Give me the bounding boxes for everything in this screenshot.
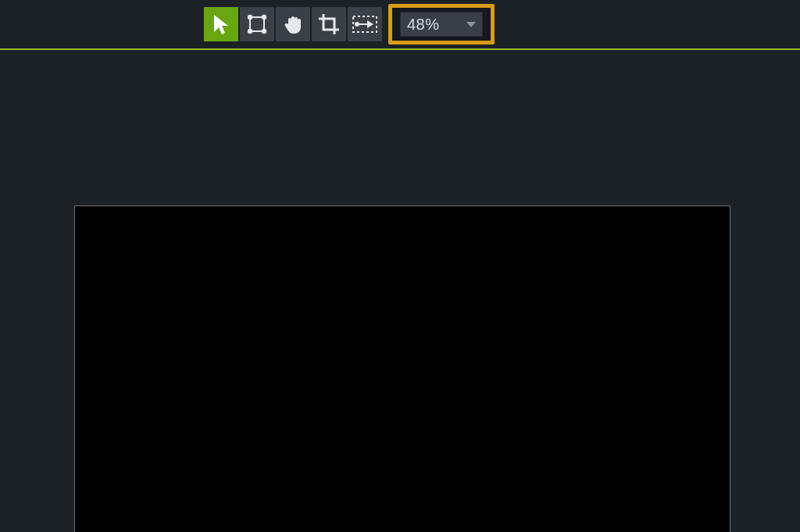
pointer-icon [211, 13, 231, 35]
crop-tool[interactable] [312, 7, 346, 41]
vertex-select-tool[interactable] [240, 7, 274, 41]
canvas[interactable] [74, 205, 730, 532]
motion-path-tool[interactable] [348, 7, 382, 41]
svg-rect-0 [250, 17, 264, 31]
crop-icon [317, 12, 341, 36]
chevron-down-icon [466, 22, 476, 27]
edit-pointer-tool[interactable] [204, 7, 238, 41]
motion-path-icon [352, 12, 378, 36]
toolbar: 48% [0, 0, 800, 50]
tool-group: 48% [204, 4, 495, 45]
svg-point-3 [248, 29, 252, 34]
zoom-dropdown[interactable]: 48% [400, 12, 483, 37]
svg-point-2 [262, 15, 266, 20]
svg-point-4 [262, 29, 266, 34]
hand-icon [282, 13, 304, 35]
hand-pan-tool[interactable] [276, 7, 310, 41]
svg-point-1 [248, 15, 252, 20]
svg-point-6 [355, 22, 359, 27]
vertex-select-icon [245, 12, 269, 36]
zoom-dropdown-highlight: 48% [388, 4, 495, 45]
zoom-value: 48% [407, 16, 466, 34]
